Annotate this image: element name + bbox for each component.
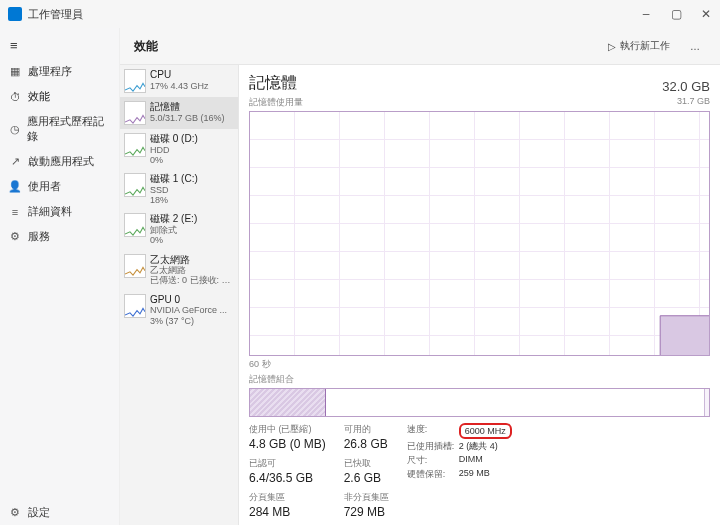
perf-item-name: 磁碟 1 (C:) [150,173,198,185]
main: 效能 ▷ 執行新工作 … CPU 17% 4.43 GHz 記憶體 5.0/31… [120,28,720,525]
composition-in-use [250,389,326,416]
stat: 可用的26.8 GB [344,423,389,451]
more-button[interactable]: … [684,38,706,55]
sidebar-settings-label: 設定 [28,505,50,520]
sidebar-item[interactable]: ⚙服務 [0,224,119,249]
perf-item-name: 記憶體 [150,101,225,113]
page-title: 效能 [134,38,158,55]
perf-thumbnail [124,133,146,157]
minimize-button[interactable]: – [640,7,652,21]
nav-icon: ≡ [8,205,22,219]
stat-label: 使用中 (已壓縮) [249,423,326,436]
detail-title: 記憶體 [249,73,297,94]
perf-list-item[interactable]: 記憶體 5.0/31.7 GB (16%) [120,97,238,129]
sidebar-item[interactable]: ◷應用程式歷程記錄 [0,109,119,149]
page-header: 效能 ▷ 執行新工作 … [120,28,720,65]
maximize-button[interactable]: ▢ [670,7,682,21]
info-row: 速度:6000 MHz [407,423,512,439]
perf-thumbnail [124,294,146,318]
nav-label: 使用者 [28,179,61,194]
perf-list-item[interactable]: GPU 0 NVIDIA GeForce ...3% (37 °C) [120,290,238,330]
nav-label: 服務 [28,229,50,244]
info-value: 2 (總共 4) [459,440,498,453]
nav-icon: ▦ [8,65,22,79]
nav-label: 啟動應用程式 [28,154,94,169]
memory-composition-bar [249,388,710,417]
nav-label: 處理程序 [28,64,72,79]
perf-list-item[interactable]: 磁碟 0 (D:) HDD0% [120,129,238,169]
stat: 已認可6.4/36.5 GB [249,457,326,485]
perf-list-item[interactable]: 磁碟 2 (E:) 卸除式0% [120,209,238,249]
perf-list-item[interactable]: CPU 17% 4.43 GHz [120,65,238,97]
run-icon: ▷ [608,41,616,52]
gear-icon: ⚙ [8,506,22,520]
run-new-task-button[interactable]: ▷ 執行新工作 [602,36,676,56]
info-key: 尺寸: [407,454,455,467]
sidebar-item[interactable]: ≡詳細資料 [0,199,119,224]
memory-usage-chart [249,111,710,356]
sidebar-item[interactable]: ↗啟動應用程式 [0,149,119,174]
composition-reserved [704,389,709,416]
sidebar-item[interactable]: ▦處理程序 [0,59,119,84]
stat: 使用中 (已壓縮)4.8 GB (0 MB) [249,423,326,451]
app-icon [8,7,22,21]
info-row: 尺寸:DIMM [407,454,512,467]
nav-label: 詳細資料 [28,204,72,219]
stat-label: 已快取 [344,457,389,470]
perf-category-list: CPU 17% 4.43 GHz 記憶體 5.0/31.7 GB (16%) 磁… [120,65,238,525]
info-row: 硬體保留:259 MB [407,468,512,481]
perf-list-item[interactable]: 乙太網路 乙太網路已傳送: 0 已接收: 0 Kbps [120,250,238,290]
usage-max: 31.7 GB [677,96,710,109]
sidebar: ≡ ▦處理程序⏱效能◷應用程式歷程記錄↗啟動應用程式👤使用者≡詳細資料⚙服務 ⚙… [0,28,120,525]
stat-value: 729 MB [344,505,389,519]
sidebar-item[interactable]: ⏱效能 [0,84,119,109]
perf-thumbnail [124,69,146,93]
hamburger-icon[interactable]: ≡ [0,32,119,59]
svg-marker-0 [660,316,709,356]
info-key: 硬體保留: [407,468,455,481]
perf-thumbnail [124,173,146,197]
nav-icon: 👤 [8,180,22,194]
perf-item-name: 磁碟 0 (D:) [150,133,198,145]
nav-icon: ⚙ [8,230,22,244]
perf-item-name: CPU [150,69,209,81]
info-value-highlighted: 6000 MHz [459,423,512,439]
perf-item-name: GPU 0 [150,294,227,306]
close-button[interactable]: ✕ [700,7,712,21]
detail-pane: 記憶體 32.0 GB 記憶體使用量 31.7 GB 60 秒 記憶體組合 [238,65,720,525]
time-axis-label: 60 秒 [249,358,710,371]
usage-label: 記憶體使用量 [249,96,303,109]
perf-thumbnail [124,101,146,125]
sidebar-settings[interactable]: ⚙ 設定 [0,500,119,525]
composition-label: 記憶體組合 [249,373,710,386]
sidebar-item[interactable]: 👤使用者 [0,174,119,199]
stat-value: 4.8 GB (0 MB) [249,437,326,451]
info-value: DIMM [459,454,483,467]
window-title: 工作管理員 [28,7,83,22]
stat-label: 分頁集區 [249,491,326,504]
info-value: 259 MB [459,468,490,481]
window-controls: – ▢ ✕ [640,7,712,21]
stat-value: 2.6 GB [344,471,389,485]
nav-icon: ⏱ [8,90,22,104]
content: ≡ ▦處理程序⏱效能◷應用程式歷程記錄↗啟動應用程式👤使用者≡詳細資料⚙服務 ⚙… [0,28,720,525]
perf-thumbnail [124,254,146,278]
stat-label: 非分頁集區 [344,491,389,504]
stat: 非分頁集區729 MB [344,491,389,519]
stats-grid: 使用中 (已壓縮)4.8 GB (0 MB)已認可6.4/36.5 GB分頁集區… [249,423,710,519]
detail-total: 32.0 GB [662,79,710,94]
nav-label: 應用程式歷程記錄 [27,114,111,144]
stat: 已快取2.6 GB [344,457,389,485]
nav-icon: ◷ [8,122,21,136]
info-row: 已使用插槽:2 (總共 4) [407,440,512,453]
info-key: 已使用插槽: [407,440,455,453]
perf-list-item[interactable]: 磁碟 1 (C:) SSD18% [120,169,238,209]
titlebar: 工作管理員 – ▢ ✕ [0,0,720,28]
perf-thumbnail [124,213,146,237]
stat-label: 可用的 [344,423,389,436]
stat-value: 26.8 GB [344,437,389,451]
info-key: 速度: [407,423,455,439]
nav-icon: ↗ [8,155,22,169]
perf-item-name: 乙太網路 [150,254,234,266]
nav-label: 效能 [28,89,50,104]
